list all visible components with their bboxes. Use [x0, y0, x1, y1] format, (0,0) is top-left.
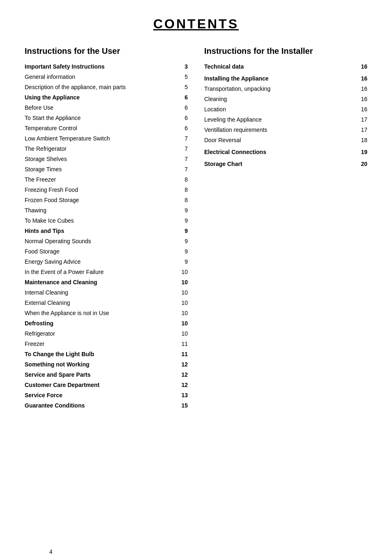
list-item: To Make Ice Cubes9 — [25, 216, 188, 226]
list-item: Important Safety Instructions3 — [25, 62, 188, 72]
list-item: Refrigerator10 — [25, 329, 188, 339]
list-item: Installing the Appliance16 — [204, 72, 367, 84]
list-item: Storage Chart20 — [204, 157, 367, 169]
list-item: Food Storage9 — [25, 246, 188, 257]
list-item: Low Ambient Temperature Switch7 — [25, 134, 188, 144]
list-item: Before Use6 — [25, 103, 188, 113]
list-item: Service Force13 — [25, 390, 188, 401]
list-item: Storage Times7 — [25, 164, 188, 175]
right-section-heading: Instructions for the Installer — [204, 46, 367, 56]
list-item: Using the Appliance6 — [25, 92, 188, 103]
list-item: General information5 — [25, 72, 188, 82]
list-item: Freezing Fresh Food8 — [25, 185, 188, 195]
list-item: Thawing9 — [25, 205, 188, 216]
list-item: Normal Operating Sounds9 — [25, 236, 188, 246]
list-item: Energy Saving Advice9 — [25, 257, 188, 267]
list-item: Guarantee Conditions15 — [25, 401, 188, 411]
list-item: Defrosting10 — [25, 318, 188, 329]
left-toc-table: Important Safety Instructions3General in… — [25, 62, 188, 411]
list-item: To Change the Light Bulb11 — [25, 349, 188, 359]
list-item: Technical data16 — [204, 62, 367, 72]
list-item: The Freezer8 — [25, 175, 188, 185]
list-item: In the Event of a Power Failure10 — [25, 267, 188, 277]
list-item: Electrical Connections19 — [204, 145, 367, 157]
list-item: Hints and Tips9 — [25, 226, 188, 236]
list-item: The Refrigerator7 — [25, 144, 188, 154]
list-item: Maintenance and Cleaning10 — [25, 277, 188, 288]
left-column: Instructions for the User Important Safe… — [25, 46, 188, 411]
list-item: Freezer11 — [25, 339, 188, 349]
right-column: Instructions for the Installer Technical… — [204, 46, 367, 411]
list-item: Door Reversal18 — [204, 135, 367, 145]
list-item: Ventillation requirements17 — [204, 125, 367, 135]
list-item: Internal Cleaning10 — [25, 288, 188, 298]
list-item: Temperature Control6 — [25, 123, 188, 134]
list-item: Customer Care Department12 — [25, 380, 188, 390]
list-item: Description of the appliance, main parts… — [25, 82, 188, 92]
list-item: Location16 — [204, 104, 367, 115]
list-item: Service and Spare Parts12 — [25, 370, 188, 380]
right-toc-table: Technical data16Installing the Appliance… — [204, 62, 367, 169]
list-item: Something not Working12 — [25, 359, 188, 370]
list-item: Frozen Food Storage8 — [25, 195, 188, 205]
list-item: When the Appliance is not in Use10 — [25, 308, 188, 318]
list-item: Storage Shelves7 — [25, 154, 188, 164]
page-number: 4 — [49, 548, 53, 555]
list-item: Transportation, unpacking16 — [204, 84, 367, 94]
list-item: External Cleaning10 — [25, 298, 188, 308]
page-title: CONTENTS — [25, 16, 367, 32]
left-section-heading: Instructions for the User — [25, 46, 188, 56]
list-item: To Start the Appliance6 — [25, 113, 188, 123]
list-item: Leveling the Appliance17 — [204, 115, 367, 125]
list-item: Cleaning16 — [204, 94, 367, 104]
